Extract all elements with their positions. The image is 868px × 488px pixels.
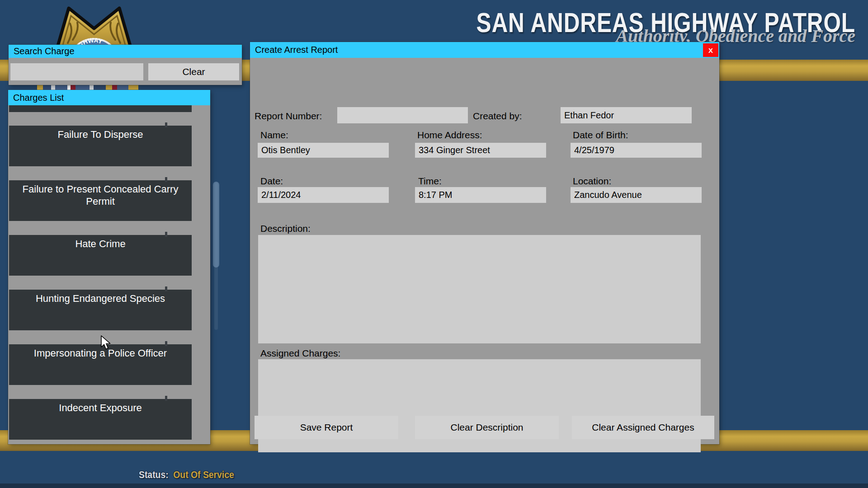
charge-item-label: Failure To Disperse — [57, 129, 143, 140]
charge-item-label: Failure to Present Concealed Carry Permi… — [23, 183, 179, 207]
charges-list-panel: Charges List Failure To Disperse Failure… — [8, 90, 210, 444]
date-label: Date: — [260, 176, 283, 187]
search-charge-panel: Search Charge Clear — [9, 45, 242, 85]
charges-list-body: Failure To Disperse Failure to Present C… — [8, 105, 210, 444]
charge-item-label: Indecent Exposure — [59, 402, 142, 413]
date-of-birth-input[interactable] — [571, 143, 702, 158]
report-number-label: Report Number: — [255, 111, 322, 122]
description-textarea[interactable] — [258, 235, 701, 343]
home-address-label: Home Address: — [417, 130, 482, 141]
charge-list-item[interactable]: Indecent Exposure — [9, 399, 192, 440]
charge-list-item[interactable]: Failure to Present Concealed Carry Permi… — [9, 180, 192, 221]
charge-list-item[interactable]: Hunting Endangered Species — [9, 290, 192, 330]
time-input[interactable] — [415, 187, 546, 203]
report-number-input[interactable] — [337, 107, 468, 123]
search-panel-title: Search Charge — [14, 46, 75, 56]
charges-scrollbar-thumb[interactable] — [213, 182, 219, 267]
created-by-label: Created by: — [473, 111, 522, 122]
bottom-edge-bar — [0, 483, 868, 488]
search-panel-titlebar: Search Charge — [9, 45, 242, 58]
charge-item-partial[interactable] — [9, 105, 192, 112]
item-notch — [165, 396, 167, 401]
charges-list-title: Charges List — [13, 93, 64, 103]
name-label: Name: — [260, 130, 288, 141]
item-notch — [165, 122, 167, 127]
close-icon[interactable]: X — [703, 43, 718, 57]
screen: HIGHWAY SAN ANDREAS HIGHWAY PATROL Autho… — [0, 0, 868, 488]
status-badge: Out Of Service — [173, 469, 234, 480]
charge-item-label: Hate Crime — [75, 238, 125, 249]
status-bar: Status: Out Of Service — [139, 469, 234, 481]
clear-description-button[interactable]: Clear Description — [415, 416, 559, 439]
clear-search-button[interactable]: Clear — [148, 63, 239, 80]
date-input[interactable] — [258, 187, 389, 203]
item-notch — [165, 341, 167, 346]
report-window-titlebar: Create Arrest Report — [250, 42, 719, 58]
created-by-input[interactable] — [561, 107, 692, 123]
create-arrest-report-window: Create Arrest Report X Report Number: Cr… — [250, 42, 719, 444]
time-label: Time: — [418, 176, 442, 187]
item-notch — [165, 286, 167, 291]
charge-item-label: Hunting Endangered Species — [36, 293, 165, 304]
item-notch — [165, 232, 167, 237]
home-address-input[interactable] — [415, 143, 546, 158]
report-window-title: Create Arrest Report — [255, 45, 338, 55]
assigned-charges-label: Assigned Charges: — [260, 348, 340, 359]
location-input[interactable] — [571, 187, 702, 203]
description-label: Description: — [260, 223, 311, 234]
search-charge-input[interactable] — [10, 63, 143, 80]
charge-list-item[interactable]: Hate Crime — [9, 235, 192, 276]
charge-item-label: Impersonating a Police Officer — [34, 347, 167, 359]
date-of-birth-label: Date of Birth: — [573, 130, 628, 141]
save-report-button[interactable]: Save Report — [255, 416, 398, 439]
name-input[interactable] — [258, 143, 389, 158]
charge-list-item[interactable]: Failure To Disperse — [9, 126, 192, 166]
charges-list-titlebar: Charges List — [8, 90, 210, 105]
status-label: Status: — [139, 469, 169, 480]
item-notch — [165, 177, 167, 182]
charge-list-item[interactable]: Impersonating a Police Officer — [9, 344, 192, 385]
location-label: Location: — [573, 176, 611, 187]
clear-assigned-charges-button[interactable]: Clear Assigned Charges — [572, 416, 714, 439]
